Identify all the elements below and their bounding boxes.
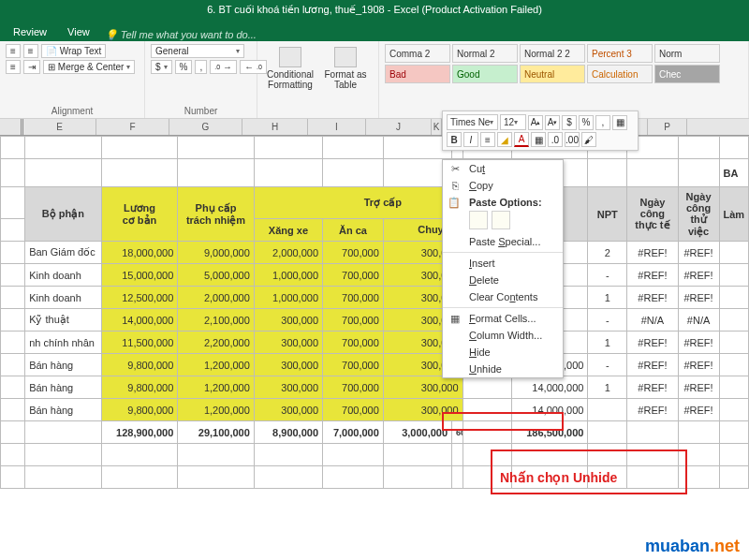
- table-row[interactable]: Bán hàng 9,800,000 1,200,000 300,000 700…: [1, 399, 749, 421]
- decrease-font-icon[interactable]: A▾: [545, 115, 560, 130]
- style-normal[interactable]: Norm: [654, 44, 720, 63]
- indent-button[interactable]: ⇥: [23, 60, 40, 74]
- hdr-lam: Làm: [719, 187, 748, 242]
- hdr-xang: Xăng xe: [254, 219, 322, 242]
- align-middle-button[interactable]: ≡: [23, 44, 38, 58]
- wrap-text-button[interactable]: 📄 Wrap Text: [41, 44, 107, 58]
- italic-icon[interactable]: I: [463, 132, 478, 147]
- cell-styles-gallery[interactable]: Comma 2 Normal 2 Normal 2 2 Percent 3 No…: [385, 44, 742, 83]
- increase-decimal-button[interactable]: .0→: [210, 60, 237, 74]
- col-G[interactable]: G: [169, 119, 242, 135]
- comma-icon[interactable]: ,: [595, 115, 610, 130]
- table-row[interactable]: Bán hàng 9,800,000 1,200,000 300,000 700…: [1, 376, 749, 399]
- number-format-dropdown[interactable]: General ▾: [151, 44, 244, 58]
- style-percent3[interactable]: Percent 3: [587, 44, 653, 63]
- bold-icon[interactable]: B: [447, 132, 462, 147]
- fill-color-icon[interactable]: ◢: [497, 132, 512, 147]
- col-E[interactable]: E: [23, 119, 96, 135]
- increase-font-icon[interactable]: A▴: [528, 115, 543, 130]
- mini-font-dropdown[interactable]: Times Ne▾: [447, 114, 498, 130]
- table-row[interactable]: Kinh doanh 15,000,000 5,000,000 1,000,00…: [1, 264, 749, 287]
- borders-icon[interactable]: ▦: [531, 132, 546, 147]
- ctx-copy[interactable]: ⎘Copy: [443, 177, 563, 194]
- hdr-phu-cap: Phụ cấp trách nhiệm: [178, 187, 255, 242]
- hdr-bo-phan: Bộ phận: [25, 187, 102, 242]
- hdr-luong-cb: Lương cơ bản: [101, 187, 178, 242]
- mini-toolbar: Times Ne▾ 12▾ A▴ A▾ $ % , ▦ B I ≡ ◢ A ▦ …: [442, 111, 639, 151]
- align-left-button[interactable]: ≡: [6, 60, 21, 74]
- ctx-paste-options-title: 📋Paste Options:: [443, 194, 563, 209]
- col-I[interactable]: I: [308, 119, 366, 135]
- table-row[interactable]: Kinh doanh 12,500,000 2,000,000 1,000,00…: [1, 287, 749, 309]
- ctx-cut[interactable]: ✂Cut: [443, 160, 563, 177]
- hdr-npt: NPT: [588, 187, 627, 242]
- col-D[interactable]: [0, 119, 23, 135]
- format-cells-icon: ▦: [448, 313, 463, 325]
- ctx-format-cells[interactable]: ▦Format Cells...: [443, 310, 563, 327]
- tab-review[interactable]: Review: [4, 22, 56, 41]
- ctx-insert[interactable]: Insert: [443, 255, 563, 272]
- tell-me[interactable]: 💡Tell me what you want to do...: [105, 29, 257, 41]
- col-P[interactable]: P: [648, 119, 687, 135]
- comma-button[interactable]: ,: [195, 60, 207, 74]
- conditional-formatting-icon: [279, 47, 301, 67]
- style-comma2[interactable]: Comma 2: [385, 44, 450, 63]
- table-row[interactable]: Kỹ thuật 14,000,000 2,100,000 300,000 70…: [1, 309, 749, 332]
- font-color-icon[interactable]: A: [514, 132, 529, 147]
- worksheet[interactable]: BA Bộ phận Lương cơ bản Phụ cấp trách nh…: [0, 136, 749, 489]
- format-painter-icon[interactable]: 🖌: [581, 132, 596, 147]
- group-label-number: Number: [151, 103, 251, 116]
- style-check[interactable]: Chec: [654, 65, 720, 83]
- ribbon: ≡ ≡ 📄 Wrap Text ≡ ⇥ ⊞ Merge & Center ▾ A…: [0, 41, 749, 119]
- lightbulb-icon: 💡: [105, 29, 118, 40]
- annotation-text: Nhấn chọn Unhide: [500, 470, 617, 485]
- context-menu: ✂Cut ⎘Copy 📋Paste Options: Paste Special…: [442, 159, 564, 378]
- window-title: 6. BT cuối khoá tiền lương, thuế_1908 - …: [0, 0, 749, 19]
- decimal2-icon[interactable]: .00: [565, 132, 580, 147]
- table-row[interactable]: nh chính nhân 11,500,000 2,200,000 300,0…: [1, 332, 749, 354]
- ctx-column-width[interactable]: Column Width...: [443, 327, 563, 344]
- paste-option-1[interactable]: [469, 211, 488, 229]
- group-label-alignment: Alignment: [6, 103, 139, 116]
- table-row[interactable]: Bán hàng 9,800,000 1,200,000 300,000 700…: [1, 354, 749, 376]
- decimal-icon[interactable]: .0: [548, 132, 563, 147]
- currency-icon[interactable]: $: [562, 115, 577, 130]
- hdr-anca: Ăn ca: [323, 219, 384, 242]
- ctx-delete[interactable]: Delete: [443, 272, 563, 288]
- style-neutral[interactable]: Neutral: [520, 65, 585, 83]
- copy-icon: ⎘: [448, 180, 463, 191]
- paste-option-2[interactable]: [492, 211, 510, 229]
- cond-format-icon[interactable]: ▦: [612, 115, 627, 130]
- tab-view[interactable]: View: [58, 22, 99, 41]
- watermark: muaban.net: [645, 537, 740, 556]
- conditional-formatting-button[interactable]: Conditional Formatting: [263, 47, 317, 90]
- percent-button[interactable]: %: [175, 60, 193, 74]
- paste-icon: 📋: [448, 197, 461, 209]
- style-normal2[interactable]: Normal 2: [452, 44, 518, 63]
- align-top-button[interactable]: ≡: [6, 44, 21, 58]
- col-J[interactable]: J: [366, 119, 432, 135]
- style-bad[interactable]: Bad: [385, 65, 450, 83]
- format-as-table-button[interactable]: Format as Table: [318, 47, 373, 90]
- style-good[interactable]: Good: [452, 65, 518, 83]
- ctx-hide[interactable]: Hide: [443, 344, 563, 361]
- style-calculation[interactable]: Calculation: [587, 65, 653, 83]
- hdr-ngay-thuc: Ngày công thực tế: [627, 187, 678, 242]
- ctx-clear[interactable]: Clear Contents: [443, 288, 563, 305]
- style-normal22[interactable]: Normal 2 2: [520, 44, 585, 63]
- col-H[interactable]: H: [242, 119, 308, 135]
- merge-center-button[interactable]: ⊞ Merge & Center ▾: [43, 60, 136, 74]
- ctx-unhide[interactable]: Unhide: [443, 361, 563, 377]
- format-table-icon: [334, 47, 357, 67]
- cut-icon: ✂: [448, 163, 463, 175]
- col-K[interactable]: K: [432, 119, 442, 135]
- currency-button[interactable]: $ ▾: [151, 60, 172, 74]
- table-row[interactable]: Ban Giám đốc 18,000,000 9,000,000 2,000,…: [1, 242, 749, 264]
- hdr-ngay-thu: Ngày công thử việc: [678, 187, 719, 242]
- col-F[interactable]: F: [96, 119, 169, 135]
- ribbon-tabs: Review View 💡Tell me what you want to do…: [0, 19, 749, 41]
- mini-font-size[interactable]: 12▾: [500, 114, 526, 130]
- ctx-paste-special[interactable]: Paste Special...: [443, 233, 563, 250]
- align-icon[interactable]: ≡: [480, 132, 495, 147]
- percent-icon[interactable]: %: [579, 115, 594, 130]
